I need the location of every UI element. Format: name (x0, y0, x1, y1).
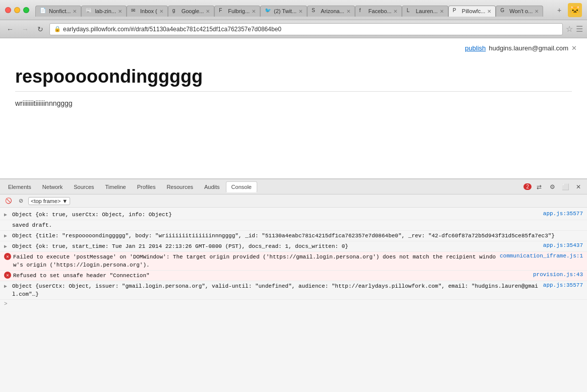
expand-icon[interactable]: ▶ (4, 283, 10, 289)
address-bar[interactable]: 🔒 earlydays.pillowfork.com/#/draft/51130… (49, 23, 563, 35)
maximize-button[interactable] (23, 7, 29, 13)
tab-favicon-lauren: L (406, 8, 414, 15)
tab-close-pillowfc[interactable]: ✕ (487, 9, 491, 14)
browser-tab-lab-zin[interactable]: 📰lab-zin...✕ (81, 6, 127, 17)
console-toolbar: 🚫 ⊘ <top frame> ▼ (0, 194, 587, 208)
tab-label-inbox: Inbox ( (140, 8, 157, 14)
tab-bar: 📄Nonfict...✕📰lab-zin...✕✉Inbox (✕gGoogle… (35, 4, 554, 17)
tab-close-inbox[interactable]: ✕ (159, 9, 163, 14)
tab-favicon-pillowfc: P (453, 8, 460, 15)
console-line: ▶Object {userCtx: Object, issuer: "gmail… (0, 281, 587, 300)
devtools-close-icon[interactable]: ✕ (573, 181, 584, 192)
browser-tab-nonfict[interactable]: 📄Nonfict...✕ (35, 6, 81, 17)
console-file-link[interactable]: provision.js:43 (533, 272, 583, 278)
console-message: Refused to set unsafe header "Connection… (13, 272, 533, 280)
lock-icon: 🔒 (54, 26, 61, 32)
expand-icon[interactable]: ▶ (4, 212, 10, 218)
console-message: Failed to execute 'postMessage' on 'DOMW… (13, 253, 500, 269)
back-button[interactable]: ← (4, 23, 16, 35)
expand-icon[interactable]: ▶ (4, 243, 10, 249)
page-content: publish hudgins.lauren@gmail.com ✕ respo… (0, 38, 587, 178)
console-file-link[interactable]: app.js:35437 (543, 242, 583, 248)
browser-tab-arizona[interactable]: SArizona...✕ (307, 6, 355, 17)
tab-profiles[interactable]: Profiles (132, 182, 161, 192)
console-file-link[interactable]: app.js:35577 (543, 282, 583, 288)
window-controls (5, 7, 29, 13)
error-icon: ✕ (4, 272, 11, 279)
tab-favicon-fulbrig: F (219, 8, 226, 15)
tab-close-facebook[interactable]: ✕ (393, 9, 397, 14)
menu-button[interactable]: ☰ (576, 24, 583, 34)
close-button[interactable] (5, 7, 11, 13)
tab-close-twitter[interactable]: ✕ (299, 9, 303, 14)
tab-close-wont[interactable]: ✕ (535, 9, 539, 14)
console-line: ▶Object {ok: true, start_time: Tue Jan 2… (0, 241, 587, 252)
tab-favicon-wont: G (500, 8, 507, 15)
frame-selector[interactable]: <top frame> ▼ (28, 197, 70, 205)
tab-label-nonfict: Nonfict... (49, 8, 71, 14)
tab-elements[interactable]: Elements (3, 182, 36, 192)
console-output: ▶Object {ok: true, userCtx: Object, info… (0, 208, 587, 392)
browser-tab-wont[interactable]: GWon't o...✕ (496, 6, 543, 17)
browser-tab-facebook[interactable]: fFacebo...✕ (355, 6, 402, 17)
tab-label-twitter: (2) Twit... (274, 8, 297, 14)
tab-audits[interactable]: Audits (199, 182, 225, 192)
document-body[interactable]: wriiiiiiitiiiiiinnngggg (15, 99, 572, 107)
devtools-toolbar: Elements Network Sources Timeline Profil… (0, 179, 587, 194)
tab-favicon-lab-zin: 📰 (86, 8, 93, 15)
forward-button[interactable]: → (19, 23, 31, 35)
tab-close-nonfict[interactable]: ✕ (73, 9, 77, 14)
devtools-panel: Elements Network Sources Timeline Profil… (0, 178, 587, 392)
console-file-link[interactable]: app.js:35577 (543, 211, 583, 217)
tab-close-lab-zin[interactable]: ✕ (118, 9, 122, 14)
tab-favicon-nonfict: 📄 (40, 8, 47, 15)
browser-tab-google[interactable]: gGoogle...✕ (168, 6, 215, 17)
browser-tab-inbox[interactable]: ✉Inbox (✕ (127, 6, 168, 17)
reload-button[interactable]: ↻ (34, 23, 46, 35)
console-line: saved draft. (0, 220, 587, 231)
tab-label-arizona: Arizona... (321, 8, 344, 14)
tab-close-arizona[interactable]: ✕ (346, 9, 350, 14)
tab-label-fulbrig: Fulbrig... (228, 8, 250, 14)
tab-label-wont: Won't o... (509, 8, 533, 14)
close-publish-button[interactable]: ✕ (571, 44, 577, 52)
devtools-expand-icon[interactable]: ⇄ (534, 181, 545, 192)
tab-close-google[interactable]: ✕ (206, 9, 210, 14)
filter-console-button[interactable]: ⊘ (16, 197, 25, 206)
browser-tab-pillowfc[interactable]: PPillowfc...✕ (448, 6, 496, 17)
devtools-dock-icon[interactable]: ⬜ (560, 181, 571, 192)
expand-icon[interactable]: ▶ (4, 233, 10, 239)
tab-sources[interactable]: Sources (69, 182, 99, 192)
tab-label-facebook: Facebo... (369, 8, 392, 14)
tab-label-lauren: Lauren... (416, 8, 437, 14)
tab-close-lauren[interactable]: ✕ (440, 9, 444, 14)
tab-label-lab-zin: lab-zin... (95, 8, 116, 14)
frame-label: <top frame> (31, 198, 61, 204)
console-message: Object {title: "respooooondinggggg", bod… (12, 232, 583, 240)
tab-favicon-facebook: f (360, 8, 367, 15)
error-icon: ✕ (4, 253, 11, 260)
browser-tab-twitter[interactable]: 🐦(2) Twit...✕ (260, 6, 307, 17)
bookmark-star[interactable]: ☆ (566, 24, 573, 34)
url-text: earlydays.pillowfork.com/#/draft/51130a4… (63, 26, 281, 33)
tab-resources[interactable]: Resources (161, 182, 198, 192)
browser-tab-fulbrig[interactable]: FFulbrig...✕ (214, 6, 260, 17)
browser-tab-lauren[interactable]: LLauren...✕ (402, 6, 448, 17)
tab-console[interactable]: Console (226, 181, 257, 192)
tab-timeline[interactable]: Timeline (100, 182, 131, 192)
console-message: Object {userCtx: Object, issuer: "gmail.… (12, 282, 543, 298)
devtools-settings-icon[interactable]: ⚙ (547, 181, 558, 192)
console-line: ▶Object {title: "respooooondinggggg", bo… (0, 231, 587, 241)
minimize-button[interactable] (14, 7, 20, 13)
tab-close-fulbrig[interactable]: ✕ (252, 9, 256, 14)
publish-link[interactable]: publish (465, 44, 486, 52)
console-line: ✕Failed to execute 'postMessage' on 'DOM… (0, 252, 587, 271)
tab-network[interactable]: Network (37, 182, 68, 192)
console-file-link[interactable]: communication_iframe.js:1 (500, 253, 583, 259)
new-tab-button[interactable]: + (554, 5, 565, 16)
clear-console-button[interactable]: 🚫 (4, 197, 13, 206)
document-title[interactable]: respooooondinggggg (15, 66, 572, 92)
tab-favicon-inbox: ✉ (131, 8, 138, 15)
publish-bar: publish hudgins.lauren@gmail.com ✕ (465, 44, 577, 52)
console-line: ▶Object {ok: true, userCtx: Object, info… (0, 210, 587, 220)
